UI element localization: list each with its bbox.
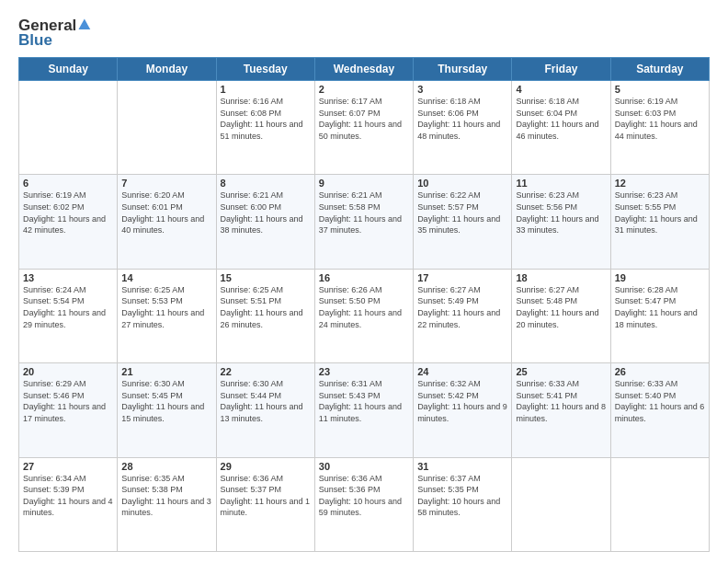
day-info: Sunrise: 6:17 AM Sunset: 6:07 PM Dayligh… xyxy=(319,96,409,142)
calendar-cell: 23Sunrise: 6:31 AM Sunset: 5:43 PM Dayli… xyxy=(314,363,413,457)
day-info: Sunrise: 6:37 AM Sunset: 5:35 PM Dayligh… xyxy=(417,473,507,519)
calendar-week-row: 1Sunrise: 6:16 AM Sunset: 6:08 PM Daylig… xyxy=(19,81,710,175)
day-number: 7 xyxy=(121,178,211,189)
weekday-header-wednesday: Wednesday xyxy=(314,58,413,81)
day-info: Sunrise: 6:25 AM Sunset: 5:53 PM Dayligh… xyxy=(121,284,211,330)
calendar-cell: 25Sunrise: 6:33 AM Sunset: 5:41 PM Dayli… xyxy=(512,363,610,457)
day-info: Sunrise: 6:24 AM Sunset: 5:54 PM Dayligh… xyxy=(23,284,113,330)
day-number: 4 xyxy=(516,84,606,95)
day-number: 8 xyxy=(221,178,311,189)
day-number: 20 xyxy=(23,366,113,377)
day-info: Sunrise: 6:30 AM Sunset: 5:45 PM Dayligh… xyxy=(121,378,211,424)
day-info: Sunrise: 6:34 AM Sunset: 5:39 PM Dayligh… xyxy=(23,473,113,519)
day-info: Sunrise: 6:21 AM Sunset: 5:58 PM Dayligh… xyxy=(319,190,409,236)
day-number: 23 xyxy=(319,366,409,377)
calendar-cell: 10Sunrise: 6:22 AM Sunset: 5:57 PM Dayli… xyxy=(414,175,512,269)
calendar-table: SundayMondayTuesdayWednesdayThursdayFrid… xyxy=(18,57,710,552)
calendar-cell: 20Sunrise: 6:29 AM Sunset: 5:46 PM Dayli… xyxy=(19,363,118,457)
calendar-cell: 26Sunrise: 6:33 AM Sunset: 5:40 PM Dayli… xyxy=(610,363,709,457)
calendar-cell xyxy=(118,81,216,175)
calendar-cell xyxy=(19,81,118,175)
day-number: 2 xyxy=(319,84,409,95)
calendar-cell: 1Sunrise: 6:16 AM Sunset: 6:08 PM Daylig… xyxy=(216,81,314,175)
calendar-cell: 9Sunrise: 6:21 AM Sunset: 5:58 PM Daylig… xyxy=(314,175,413,269)
calendar-cell: 7Sunrise: 6:20 AM Sunset: 6:01 PM Daylig… xyxy=(118,175,216,269)
day-number: 29 xyxy=(221,461,311,472)
calendar-week-row: 6Sunrise: 6:19 AM Sunset: 6:02 PM Daylig… xyxy=(19,175,710,269)
day-info: Sunrise: 6:36 AM Sunset: 5:36 PM Dayligh… xyxy=(319,473,409,519)
logo-icon xyxy=(77,15,92,35)
weekday-header-thursday: Thursday xyxy=(414,58,512,81)
day-info: Sunrise: 6:19 AM Sunset: 6:02 PM Dayligh… xyxy=(23,190,113,236)
day-info: Sunrise: 6:30 AM Sunset: 5:44 PM Dayligh… xyxy=(221,378,311,424)
calendar-cell: 19Sunrise: 6:28 AM Sunset: 5:47 PM Dayli… xyxy=(610,269,709,362)
day-number: 22 xyxy=(221,366,311,377)
calendar-cell: 8Sunrise: 6:21 AM Sunset: 6:00 PM Daylig… xyxy=(216,175,314,269)
calendar-cell: 28Sunrise: 6:35 AM Sunset: 5:38 PM Dayli… xyxy=(118,457,216,551)
day-number: 12 xyxy=(615,178,705,189)
weekday-header-monday: Monday xyxy=(118,58,216,81)
day-number: 3 xyxy=(417,84,507,95)
calendar-cell: 29Sunrise: 6:36 AM Sunset: 5:37 PM Dayli… xyxy=(216,457,314,551)
calendar-cell: 4Sunrise: 6:18 AM Sunset: 6:04 PM Daylig… xyxy=(512,81,610,175)
day-info: Sunrise: 6:27 AM Sunset: 5:48 PM Dayligh… xyxy=(516,284,606,330)
calendar-cell xyxy=(512,457,610,551)
day-number: 25 xyxy=(516,366,606,377)
day-info: Sunrise: 6:19 AM Sunset: 6:03 PM Dayligh… xyxy=(615,96,705,142)
calendar-cell: 6Sunrise: 6:19 AM Sunset: 6:02 PM Daylig… xyxy=(19,175,118,269)
day-info: Sunrise: 6:31 AM Sunset: 5:43 PM Dayligh… xyxy=(319,378,409,424)
day-info: Sunrise: 6:28 AM Sunset: 5:47 PM Dayligh… xyxy=(615,284,705,330)
day-info: Sunrise: 6:29 AM Sunset: 5:46 PM Dayligh… xyxy=(23,378,113,424)
day-info: Sunrise: 6:25 AM Sunset: 5:51 PM Dayligh… xyxy=(221,284,311,330)
day-number: 1 xyxy=(221,84,311,95)
day-info: Sunrise: 6:18 AM Sunset: 6:06 PM Dayligh… xyxy=(417,96,507,142)
day-number: 11 xyxy=(516,178,606,189)
day-number: 14 xyxy=(121,272,211,283)
weekday-header-sunday: Sunday xyxy=(19,58,118,81)
calendar-cell: 17Sunrise: 6:27 AM Sunset: 5:49 PM Dayli… xyxy=(414,269,512,362)
header: General Blue xyxy=(18,17,710,50)
day-info: Sunrise: 6:18 AM Sunset: 6:04 PM Dayligh… xyxy=(516,96,606,142)
day-info: Sunrise: 6:33 AM Sunset: 5:40 PM Dayligh… xyxy=(615,378,705,424)
calendar-cell: 24Sunrise: 6:32 AM Sunset: 5:42 PM Dayli… xyxy=(414,363,512,457)
calendar-cell: 12Sunrise: 6:23 AM Sunset: 5:55 PM Dayli… xyxy=(610,175,709,269)
calendar-cell: 13Sunrise: 6:24 AM Sunset: 5:54 PM Dayli… xyxy=(19,269,118,362)
calendar-cell: 18Sunrise: 6:27 AM Sunset: 5:48 PM Dayli… xyxy=(512,269,610,362)
day-number: 26 xyxy=(615,366,705,377)
day-info: Sunrise: 6:32 AM Sunset: 5:42 PM Dayligh… xyxy=(417,378,507,424)
calendar-week-row: 13Sunrise: 6:24 AM Sunset: 5:54 PM Dayli… xyxy=(19,269,710,362)
calendar-cell: 30Sunrise: 6:36 AM Sunset: 5:36 PM Dayli… xyxy=(314,457,413,551)
day-number: 15 xyxy=(221,272,311,283)
calendar-cell: 14Sunrise: 6:25 AM Sunset: 5:53 PM Dayli… xyxy=(118,269,216,362)
svg-marker-0 xyxy=(79,19,91,29)
day-number: 28 xyxy=(121,461,211,472)
day-info: Sunrise: 6:35 AM Sunset: 5:38 PM Dayligh… xyxy=(121,473,211,519)
calendar-cell: 27Sunrise: 6:34 AM Sunset: 5:39 PM Dayli… xyxy=(19,457,118,551)
calendar-cell xyxy=(610,457,709,551)
day-number: 9 xyxy=(319,178,409,189)
day-number: 18 xyxy=(516,272,606,283)
calendar-cell: 16Sunrise: 6:26 AM Sunset: 5:50 PM Dayli… xyxy=(314,269,413,362)
day-info: Sunrise: 6:21 AM Sunset: 6:00 PM Dayligh… xyxy=(221,190,311,236)
day-number: 19 xyxy=(615,272,705,283)
calendar-week-row: 27Sunrise: 6:34 AM Sunset: 5:39 PM Dayli… xyxy=(19,457,710,551)
calendar-cell: 2Sunrise: 6:17 AM Sunset: 6:07 PM Daylig… xyxy=(314,81,413,175)
day-number: 13 xyxy=(23,272,113,283)
calendar-week-row: 20Sunrise: 6:29 AM Sunset: 5:46 PM Dayli… xyxy=(19,363,710,457)
calendar-cell: 22Sunrise: 6:30 AM Sunset: 5:44 PM Dayli… xyxy=(216,363,314,457)
day-info: Sunrise: 6:33 AM Sunset: 5:41 PM Dayligh… xyxy=(516,378,606,424)
calendar-cell: 5Sunrise: 6:19 AM Sunset: 6:03 PM Daylig… xyxy=(610,81,709,175)
day-number: 27 xyxy=(23,461,113,472)
weekday-header-friday: Friday xyxy=(512,58,610,81)
day-info: Sunrise: 6:20 AM Sunset: 6:01 PM Dayligh… xyxy=(121,190,211,236)
day-info: Sunrise: 6:23 AM Sunset: 5:55 PM Dayligh… xyxy=(615,190,705,236)
calendar-cell: 21Sunrise: 6:30 AM Sunset: 5:45 PM Dayli… xyxy=(118,363,216,457)
logo: General Blue xyxy=(18,17,92,50)
page: General Blue SundayMondayTuesdayWednesda… xyxy=(0,0,728,563)
day-info: Sunrise: 6:27 AM Sunset: 5:49 PM Dayligh… xyxy=(417,284,507,330)
calendar-cell: 31Sunrise: 6:37 AM Sunset: 5:35 PM Dayli… xyxy=(414,457,512,551)
weekday-header-tuesday: Tuesday xyxy=(216,58,314,81)
day-number: 24 xyxy=(417,366,507,377)
day-number: 21 xyxy=(121,366,211,377)
day-number: 17 xyxy=(417,272,507,283)
